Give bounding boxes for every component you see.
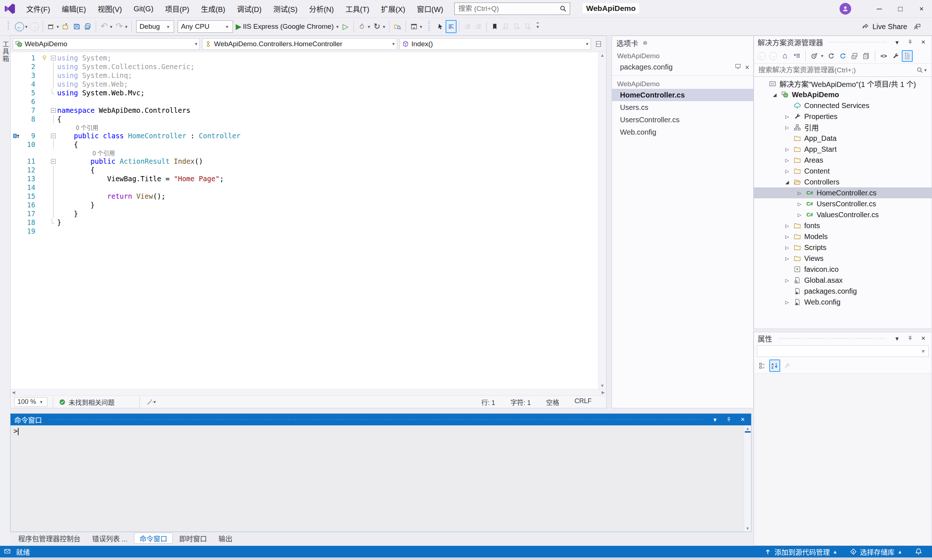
scroll-left-icon[interactable]: ◀ bbox=[12, 390, 15, 395]
minimize-button[interactable]: ─ bbox=[869, 0, 890, 17]
type-dropdown[interactable]: WebApiDemo.Controllers.HomeController ▾ bbox=[202, 38, 397, 50]
hot-reload-button[interactable] bbox=[356, 20, 367, 33]
open-file-button[interactable] bbox=[60, 20, 71, 33]
menu-item[interactable]: 项目(P) bbox=[160, 2, 194, 16]
tree-item[interactable]: ▷C#HomeController.cs bbox=[754, 188, 932, 198]
pin-icon[interactable] bbox=[724, 417, 733, 423]
fold-collapse-icon[interactable]: − bbox=[51, 108, 56, 113]
menu-item[interactable]: Git(G) bbox=[128, 3, 159, 15]
user-avatar[interactable] bbox=[840, 3, 851, 15]
panel-tab[interactable]: 程序包管理器控制台 bbox=[13, 533, 86, 544]
tree-item[interactable]: ▷Views bbox=[754, 253, 932, 264]
window-position-icon[interactable]: ▼ bbox=[892, 335, 902, 342]
lightbulb-icon[interactable] bbox=[41, 55, 48, 61]
close-button[interactable]: × bbox=[911, 0, 932, 17]
properties-wrench-button[interactable] bbox=[890, 50, 901, 62]
code-line[interactable]: 14 bbox=[11, 183, 598, 192]
chevron-down-icon[interactable]: ▾ bbox=[336, 24, 339, 29]
solution-search-input[interactable] bbox=[758, 66, 917, 75]
panel-tab[interactable]: 输出 bbox=[213, 533, 237, 544]
toolbar-grip-button[interactable] bbox=[3, 20, 14, 33]
bookmark-next-button[interactable] bbox=[511, 20, 522, 33]
chevron-down-icon[interactable]: ▾ bbox=[383, 24, 385, 29]
tree-item[interactable]: ◢Controllers bbox=[754, 177, 932, 188]
code-line[interactable]: 16 } bbox=[11, 200, 598, 209]
menu-item[interactable]: 扩展(X) bbox=[376, 2, 410, 16]
dotted-column-button[interactable] bbox=[424, 20, 435, 33]
pending-changes-filter-button[interactable] bbox=[809, 50, 820, 62]
scroll-down-icon[interactable]: ▼ bbox=[600, 383, 605, 388]
live-share-button[interactable]: Live Share bbox=[861, 20, 908, 33]
scrollbar-thumb[interactable] bbox=[745, 431, 751, 433]
solution-explorer-header[interactable]: 解决方案资源管理器 ▼ ✕ bbox=[754, 36, 932, 48]
chevron-down-icon[interactable]: ▾ bbox=[125, 24, 128, 29]
properties-object-combo[interactable]: ▼ bbox=[757, 345, 929, 357]
expander-icon[interactable]: ▷ bbox=[795, 201, 804, 207]
expander-icon[interactable]: ▷ bbox=[783, 300, 792, 305]
select-repository-button[interactable]: 选择存储库 ▲ bbox=[850, 547, 902, 557]
expander-icon[interactable]: ▷ bbox=[783, 114, 792, 119]
menu-item[interactable]: 窗口(W) bbox=[412, 2, 448, 16]
close-icon[interactable]: ✕ bbox=[745, 63, 750, 71]
tree-item[interactable]: favicon.ico bbox=[754, 264, 932, 275]
codelens-references[interactable]: 0 个引用 bbox=[11, 123, 598, 131]
expander-icon[interactable]: ▷ bbox=[783, 234, 792, 239]
solution-configuration-combo[interactable]: Debug▾ bbox=[136, 20, 174, 33]
tree-item[interactable]: ▷Content bbox=[754, 166, 932, 177]
expander-icon[interactable]: ▷ bbox=[795, 190, 804, 196]
code-line[interactable]: 13 ViewBag.Title = "Home Page"; bbox=[11, 174, 598, 183]
switch-views-button[interactable] bbox=[791, 50, 802, 62]
tree-item[interactable]: App_Data bbox=[754, 133, 932, 144]
code-line[interactable]: 11− public ActionResult Index() bbox=[11, 157, 598, 166]
expander-icon[interactable]: ▷ bbox=[783, 147, 792, 152]
fold-collapse-icon[interactable]: − bbox=[51, 56, 56, 60]
glyph-margin[interactable] bbox=[11, 132, 22, 139]
code-line[interactable]: 8{ bbox=[11, 115, 598, 123]
command-window-header[interactable]: 命令窗口 ▼ ✕ bbox=[11, 414, 751, 425]
tree-item[interactable]: ▷Web.config bbox=[754, 297, 932, 308]
inheritance-margin-icon[interactable] bbox=[13, 132, 20, 139]
tree-item[interactable]: packages.config bbox=[754, 286, 932, 297]
tree-item[interactable]: ▷C#ValuesController.cs bbox=[754, 209, 932, 220]
scroll-right-icon[interactable]: ▶ bbox=[602, 390, 605, 395]
chevron-down-icon[interactable]: ▾ bbox=[25, 24, 28, 29]
scroll-down-icon[interactable]: ▼ bbox=[746, 526, 749, 531]
code-line[interactable]: 17 } bbox=[11, 209, 598, 218]
tree-item[interactable]: ▷Properties bbox=[754, 111, 932, 122]
document-outline-button[interactable] bbox=[408, 20, 419, 33]
command-window-body[interactable]: > ▲ ▼ bbox=[11, 425, 751, 532]
code-line[interactable]: 18} bbox=[11, 218, 598, 227]
code-line[interactable]: 19 bbox=[11, 227, 598, 235]
tree-item[interactable]: ▷引用 bbox=[754, 122, 932, 133]
spaces-indicator[interactable]: 空格 bbox=[546, 397, 559, 407]
search-icon[interactable] bbox=[559, 5, 567, 12]
save-button[interactable] bbox=[71, 20, 82, 33]
codelens-references[interactable]: 0 个引用 bbox=[11, 149, 598, 157]
menu-item[interactable]: 调试(D) bbox=[232, 2, 267, 16]
close-icon[interactable]: ✕ bbox=[918, 335, 928, 342]
send-feedback-icon[interactable] bbox=[4, 548, 11, 555]
show-all-files-button[interactable] bbox=[902, 50, 913, 62]
scroll-up-icon[interactable]: ▲ bbox=[746, 426, 749, 431]
tree-item[interactable]: ▷Scripts bbox=[754, 242, 932, 253]
bookmark-previous-button[interactable] bbox=[500, 20, 511, 33]
search-icon[interactable] bbox=[917, 66, 924, 74]
pin-icon[interactable] bbox=[906, 39, 915, 45]
expander-icon[interactable]: ▷ bbox=[795, 212, 804, 218]
chevron-down-icon[interactable]: ▾ bbox=[420, 24, 422, 29]
fold-collapse-icon[interactable]: − bbox=[51, 159, 56, 164]
alphabetical-button[interactable]: AZ bbox=[769, 360, 780, 372]
save-all-button[interactable] bbox=[82, 20, 93, 33]
code-line[interactable]: 2using System.Collections.Generic; bbox=[11, 62, 598, 71]
document-tab[interactable]: Users.cs bbox=[612, 101, 753, 114]
expander-icon[interactable]: ◢ bbox=[783, 179, 792, 185]
properties-header[interactable]: 属性 ▼ ✕ bbox=[754, 332, 932, 345]
restart-app-button[interactable]: ↻ bbox=[372, 20, 383, 33]
tree-item[interactable]: ▷Areas bbox=[754, 155, 932, 166]
expander-icon[interactable]: ▷ bbox=[783, 256, 792, 261]
expander-icon[interactable]: ▷ bbox=[783, 223, 792, 229]
expander-icon[interactable]: ▷ bbox=[783, 245, 792, 250]
preview-selected-button[interactable] bbox=[861, 50, 872, 62]
code-line[interactable]: 6 bbox=[11, 97, 598, 106]
nav-back-editor-button[interactable]: ← bbox=[14, 20, 25, 33]
